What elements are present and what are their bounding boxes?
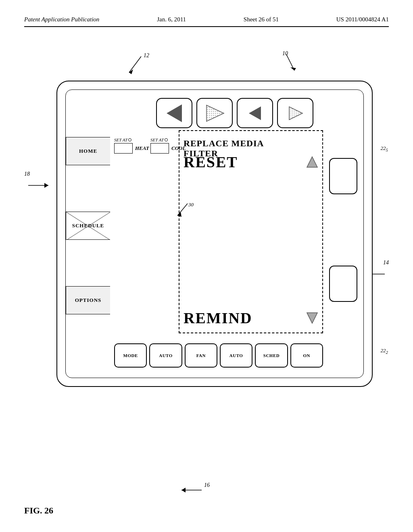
set-at-heat-label: SET AT [114,137,127,142]
media-btn-2[interactable] [196,98,233,128]
diagram-area: 18 14 HOME SCHEDULE [24,64,389,419]
top-buttons-row [114,98,355,130]
remind-btn-area[interactable] [306,312,318,324]
ref-14-label: 14 [383,260,389,266]
triangle-right-dotted-icon [204,104,225,122]
bottom-btn-on-label: ON [303,353,311,358]
degree-circle-heat [128,138,131,141]
bottom-btn-auto1-label: AUTO [159,353,173,358]
publication-label: Patent Application Publication [24,16,99,23]
remind-triangle-icon [306,312,318,324]
ref-12-label: 12 [144,52,149,59]
bottom-btn-auto1[interactable]: AUTO [149,343,182,368]
triangle-left-solid-icon [167,104,182,122]
side-button-bottom[interactable] [329,266,357,302]
svg-marker-19 [181,488,186,493]
tabs-left: HOME SCHEDULE OPTIONS [66,114,110,337]
media-btn-3[interactable] [237,98,273,128]
figure-label: FIG. 26 [24,505,53,516]
bottom-btn-on[interactable]: ON [290,343,323,368]
bottom-btn-auto2[interactable]: AUTO [220,343,252,368]
side-button-top[interactable] [329,158,357,194]
heat-mode-label: HEAT [135,145,149,152]
heat-temp-box [114,143,133,154]
tab-home[interactable]: HOME [66,137,110,165]
svg-marker-12 [289,107,302,120]
set-at-cool-label: SET AT [150,137,164,142]
ref-18-label: 18 [24,171,30,177]
bottom-btn-sched[interactable]: SCHED [255,343,288,368]
svg-line-16 [177,204,188,216]
triangle-left-solid-small-icon [249,106,261,120]
ref-30-area: 30 [173,202,194,219]
remind-label: REMIND [184,309,252,327]
remind-area: REMIND [184,309,318,327]
tab-home-label: HOME [79,148,97,154]
tab-schedule[interactable]: SCHEDULE [66,212,110,240]
ref-16-area: 16 [177,482,210,500]
media-btn-1[interactable] [156,98,192,128]
svg-marker-5 [44,183,48,188]
ref-18-arrow [24,177,56,193]
ref-22-2-label: 222 [381,347,388,353]
ref-16-label: 16 [204,482,210,488]
svg-marker-14 [307,157,317,167]
reset-btn-area[interactable] [306,156,318,168]
svg-marker-15 [307,313,317,323]
ref-22-5-label: 225 [381,145,388,151]
svg-marker-17 [177,212,181,217]
tab-schedule-label: SCHEDULE [72,222,104,229]
degree-circle-cool [165,138,168,141]
temp-heat-area: SET AT HEAT [114,137,149,154]
right-buttons [327,122,359,337]
bottom-btn-fan[interactable]: FAN [185,343,217,368]
tab-options[interactable]: OPTIONS [66,286,110,314]
triangle-right-dotted-small-icon [287,106,303,121]
ref-22-5-sub: 5 [386,148,388,152]
page-header: Patent Application Publication Jan. 6, 2… [24,16,389,27]
date-label: Jan. 6, 2011 [157,16,186,23]
bottom-btn-auto2-label: AUTO [229,353,243,358]
bottom-btn-fan-label: FAN [196,353,206,358]
patent-number: US 2011/0004824 A1 [336,16,389,23]
bottom-btn-mode[interactable]: MODE [114,343,147,368]
ref-10-label: 10 [282,50,288,57]
ref-18-area: 18 [24,177,56,195]
ref-22-2-sub: 2 [386,350,388,355]
bottom-btn-sched-label: SCHED [263,353,280,358]
sheet-label: Sheet 26 of 51 [244,16,279,23]
screen-inner: HOME SCHEDULE OPTIONS [65,89,364,378]
figure-label-text: FIG. 26 [24,505,53,515]
main-content-box: REPLACE MEDIA FILTER RESET REMIND [179,130,323,333]
cool-temp-box [150,143,169,154]
reset-triangle-icon [306,156,318,168]
reset-label: RESET [184,153,238,171]
bottom-buttons-row: MODE AUTO FAN AUTO SCHED ON [114,341,323,370]
bottom-btn-mode-label: MODE [123,353,138,358]
reset-area: RESET [184,153,318,171]
ref-22-5-area: 225 [381,145,388,152]
svg-marker-10 [206,105,224,121]
ref-30-label: 30 [188,202,194,208]
ref-22-2-area: 222 [381,347,388,355]
tab-options-label: OPTIONS [75,297,102,303]
device-outer: HOME SCHEDULE OPTIONS [56,81,373,387]
media-btn-4[interactable] [277,98,313,128]
